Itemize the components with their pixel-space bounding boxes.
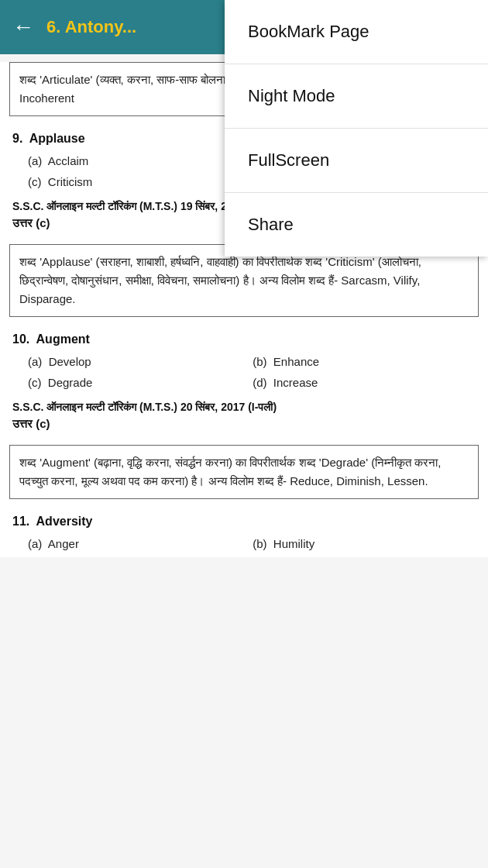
question-10-block: 10. Augment (a) Develop (b) Enhance (c) … [0, 325, 488, 396]
q11-option-a: (a) Anger [28, 535, 235, 553]
dropdown-share[interactable]: Share [225, 193, 488, 257]
q9-option-c: (c) Criticism [28, 173, 235, 191]
dropdown-bookmark[interactable]: BookMark Page [225, 0, 488, 64]
q9-option-a: (a) Acclaim [28, 152, 235, 170]
q10-option-c: (c) Degrade [28, 374, 235, 391]
question-11-options-row1: (a) Anger (b) Humility [12, 533, 476, 554]
q11-option-b: (b) Humility [253, 535, 460, 553]
dropdown-nightmode[interactable]: Night Mode [225, 64, 488, 129]
q10-answer: उत्तर (c) [0, 415, 488, 437]
q10-option-a: (a) Develop [28, 353, 235, 370]
question-11-title: 11. Adversity [12, 515, 476, 529]
q10-ssc-line: S.S.C. ऑनलाइन मल्टी टॉरिकंग (M.T.S.) 20 … [0, 396, 488, 415]
page-title: 6. Antony... [46, 17, 136, 37]
explanation-2-text: शब्द 'Applause' (सराहना, शाबाशी, हर्षध्व… [19, 255, 421, 305]
question-10-options-row1: (a) Develop (b) Enhance [12, 351, 476, 372]
question-10-options-row2: (c) Degrade (d) Increase [12, 372, 476, 393]
q10-option-b: (b) Enhance [253, 353, 460, 370]
explanation-3-text: शब्द 'Augment' (बढ़ाना, वृद्धि करना, संव… [19, 456, 442, 487]
q10-option-d: (d) Increase [253, 374, 460, 391]
question-11-block: 11. Adversity (a) Anger (b) Humility [0, 507, 488, 557]
dropdown-fullscreen[interactable]: FullScreen [225, 129, 488, 193]
dropdown-menu[interactable]: BookMark Page Night Mode FullScreen Shar… [225, 0, 488, 257]
explanation-box-3: शब्द 'Augment' (बढ़ाना, वृद्धि करना, संव… [9, 445, 479, 499]
question-10-title: 10. Augment [12, 332, 476, 346]
back-button[interactable]: ← [12, 15, 34, 40]
